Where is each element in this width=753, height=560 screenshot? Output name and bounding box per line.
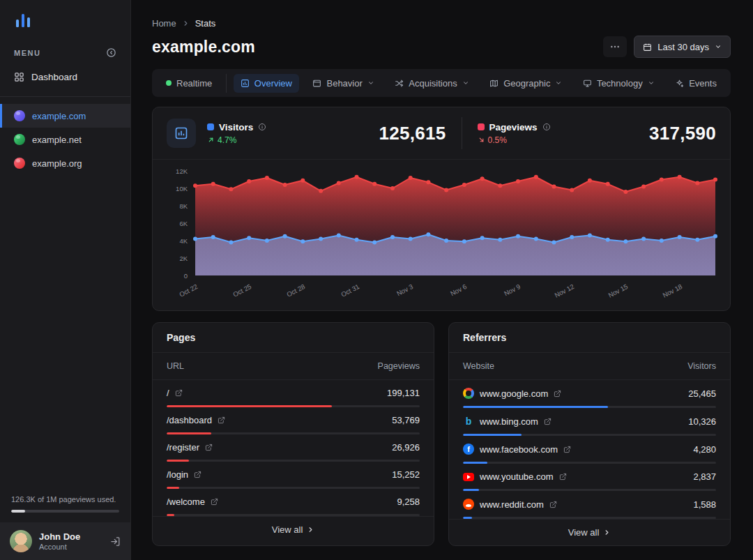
row-value: 1,588 [693, 499, 716, 510]
y-axis-label: 0 [167, 272, 188, 280]
external-link-icon[interactable] [194, 471, 201, 478]
tab-geographic[interactable]: Geographic [482, 74, 569, 93]
x-axis-label: Nov 18 [650, 282, 683, 305]
row-value: 9,258 [397, 497, 420, 507]
pageviews-label: Pageviews [489, 122, 538, 133]
row-value: 53,769 [392, 415, 420, 425]
external-link-icon[interactable] [175, 389, 183, 397]
sidebar-item-dashboard[interactable]: Dashboard [0, 65, 130, 89]
external-link-icon[interactable] [544, 418, 552, 425]
referrer-row[interactable]: www.facebook.com4,280 [449, 436, 730, 464]
column-header-visitors: Visitors [687, 361, 716, 371]
ellipsis-icon [609, 41, 621, 52]
column-header-url: URL [167, 361, 184, 371]
sidebar-item-example-com[interactable]: example.com [0, 104, 130, 128]
chart-style-button[interactable] [167, 119, 196, 148]
row-value: 15,252 [392, 469, 420, 480]
youtube-favicon [463, 473, 474, 481]
info-icon[interactable] [542, 123, 551, 131]
sidebar-item-example-net[interactable]: example.net [0, 128, 130, 151]
bar-chart-icon [174, 126, 188, 140]
y-axis: 02K4K6K8K10K12K [167, 165, 188, 308]
collapse-sidebar-icon[interactable] [106, 47, 116, 58]
row-label: /login [167, 469, 188, 480]
user-card[interactable]: John Doe Account [0, 522, 130, 560]
external-link-icon[interactable] [559, 473, 567, 480]
traffic-chart: 02K4K6K8K10K12K Oct 22Oct 25Oct 28Oct 31… [167, 165, 716, 308]
external-link-icon[interactable] [554, 390, 561, 398]
external-link-icon[interactable] [218, 416, 225, 424]
chevron-down-icon [555, 80, 562, 86]
site-list: example.comexample.netexample.org [0, 104, 130, 175]
pages-card-title: Pages [153, 323, 434, 353]
title-row: example.com Last 30 days [152, 36, 731, 58]
sidebar-item-example-org[interactable]: example.org [0, 151, 130, 175]
external-link-icon[interactable] [211, 498, 218, 506]
referrer-row[interactable]: www.reddit.com1,588 [449, 491, 730, 519]
visitors-value: 125,615 [379, 123, 446, 144]
user-meta: John Doe Account [39, 531, 103, 551]
tab-technology[interactable]: Technology [576, 74, 662, 93]
column-header-pageviews: Pageviews [378, 361, 420, 371]
chevron-right-icon [307, 526, 314, 533]
referrers-view-all-button[interactable]: View all [449, 519, 730, 545]
chevron-right-icon [182, 20, 190, 27]
pages-column-headers: URL Pageviews [153, 353, 434, 380]
page-row[interactable]: /register26,926 [153, 434, 434, 462]
y-axis-label: 8K [167, 202, 188, 210]
app-root: MENU Dashboard example.comexample.netexa… [0, 0, 753, 560]
sign-out-icon[interactable] [110, 536, 121, 547]
visitors-label: Visitors [219, 122, 253, 133]
pages-view-all-button[interactable]: View all [153, 516, 434, 543]
pageviews-stat: Pageviews 0.5% 317,590 [478, 122, 717, 145]
page-title: example.com [152, 38, 255, 56]
page-row[interactable]: /dashboard53,769 [153, 407, 434, 434]
referrer-row[interactable]: www.bing.com10,326 [449, 408, 730, 436]
title-actions: Last 30 days [603, 36, 731, 58]
info-icon[interactable] [258, 123, 266, 131]
external-link-icon[interactable] [563, 446, 571, 453]
tab-events[interactable]: Events [668, 74, 724, 93]
column-header-website: Website [463, 361, 494, 371]
chevron-down-icon [462, 80, 469, 86]
events-icon [675, 79, 684, 88]
facebook-favicon [463, 444, 474, 455]
menu-header: MENU [0, 36, 130, 63]
y-axis-label: 6K [167, 220, 188, 227]
page-row[interactable]: /welcome9,258 [153, 489, 434, 516]
date-range-button[interactable]: Last 30 days [634, 36, 731, 58]
visitors-change: 4.7% [218, 135, 236, 145]
tab-bar: RealtimeOverviewBehaviorAcquisitionsGeog… [152, 69, 731, 97]
stat-header: Visitors 4.7% 125,615 [153, 107, 730, 160]
page-row[interactable]: /199,131 [153, 380, 434, 407]
external-link-icon[interactable] [205, 444, 213, 451]
y-axis-label: 10K [167, 185, 188, 192]
chevron-right-icon [603, 529, 611, 536]
referrers-column-headers: Website Visitors [449, 353, 730, 380]
row-label: /register [167, 442, 199, 453]
page-row[interactable]: /login15,252 [153, 462, 434, 489]
tab-acquisitions[interactable]: Acquisitions [388, 74, 476, 93]
tab-realtime[interactable]: Realtime [159, 74, 227, 93]
realtime-dot [166, 80, 172, 86]
view-all-label: View all [568, 527, 600, 538]
row-label: /welcome [167, 497, 205, 507]
external-link-icon[interactable] [549, 501, 557, 508]
more-options-button[interactable] [603, 36, 627, 57]
x-axis-label: Nov 12 [542, 282, 576, 305]
bing-favicon [463, 416, 474, 427]
x-axis-label: Nov 6 [435, 282, 469, 305]
breadcrumb: Home Stats [152, 18, 731, 29]
pageviews-swatch [478, 123, 485, 130]
tab-overview[interactable]: Overview [234, 74, 299, 93]
referrer-row[interactable]: www.youtube.com2,837 [449, 464, 730, 491]
breadcrumb-home[interactable]: Home [152, 18, 176, 29]
acquisitions-icon [395, 79, 404, 88]
technology-icon [583, 79, 592, 88]
app-logo[interactable] [0, 0, 130, 36]
traffic-overview-card: Visitors 4.7% 125,615 [152, 107, 731, 311]
trend-down-icon [478, 136, 485, 144]
tab-behavior[interactable]: Behavior [305, 74, 381, 93]
nav-label: Dashboard [31, 72, 77, 82]
referrer-row[interactable]: www.google.com25,465 [449, 380, 730, 408]
